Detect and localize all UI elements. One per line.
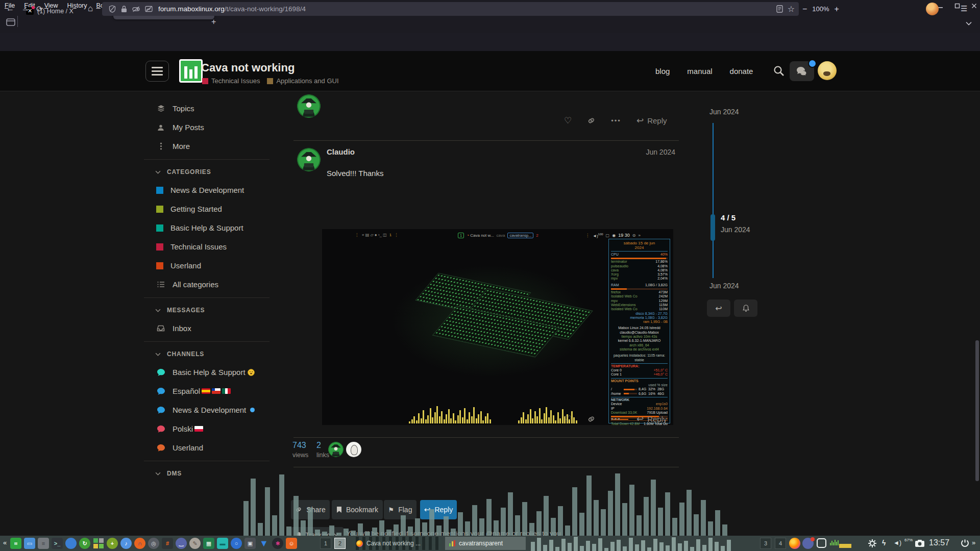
jump-to-reply-button[interactable]: ↩ — [707, 299, 730, 317]
sidebar-section-dms[interactable]: DMS — [144, 465, 270, 482]
sidebar-item-my-posts[interactable]: My Posts — [144, 118, 270, 137]
bookmark-star-icon[interactable]: ☆ — [788, 4, 795, 14]
timeline-start-date[interactable]: Jun 2024 — [709, 108, 739, 116]
sidebar-item-news-development[interactable]: News & Development — [144, 400, 270, 419]
scrollbar-thumb[interactable] — [975, 340, 979, 481]
zoom-level[interactable]: 100% — [812, 5, 829, 13]
sidebar-item-basic-help-support[interactable]: Basic Help & Support — [144, 363, 270, 382]
launcher-timeshift[interactable]: ↻ — [79, 538, 90, 549]
timeline-end-date[interactable]: Jun 2024 — [709, 282, 739, 290]
flag-button[interactable]: ⚑ Flag — [384, 500, 416, 519]
launcher-audio-player[interactable]: ∩ — [134, 538, 145, 549]
launcher-pcloud[interactable]: + — [107, 538, 118, 549]
sidebar-item-basic-help-support[interactable]: Basic Help & Support — [144, 218, 270, 237]
tag-technical-issues[interactable]: Technical Issues — [211, 77, 260, 85]
bookmark-button[interactable]: Bookmark — [332, 500, 383, 519]
panel-scroll-left[interactable]: « — [3, 539, 7, 546]
permissions-icon[interactable] — [132, 6, 140, 12]
post-image-screenshot[interactable]: ⋮ « ▤ ▱ ● ›_ ◫ 1 ⋮ 1 ◔ Cava not w... cav… — [322, 229, 673, 425]
maximize-icon[interactable] — [954, 3, 960, 9]
zoom-out-button[interactable]: − — [802, 5, 807, 14]
taskbar-window-cavatransparent[interactable]: cavatransparent — [445, 537, 526, 550]
avatar-claudio[interactable] — [297, 148, 321, 171]
like-icon[interactable]: ♡ — [564, 115, 572, 126]
volume-icon[interactable]: ◄) — [893, 539, 901, 546]
sidebar-item-userland[interactable]: Userland — [144, 256, 270, 275]
reply-button[interactable]: ↩Reply — [636, 414, 667, 424]
launcher-terminal[interactable]: >_ — [52, 538, 63, 549]
topic-title[interactable]: Cava not working — [201, 61, 295, 74]
tag-applications-gui[interactable]: Applications and GUI — [276, 77, 338, 85]
home-button[interactable]: ⌂ — [88, 4, 93, 14]
updates-gear-icon[interactable] — [868, 539, 877, 548]
close-icon[interactable] — [971, 3, 977, 9]
app-menu-icon[interactable]: ☰ — [961, 4, 967, 13]
share-button[interactable]: Share — [291, 500, 330, 519]
sidebar-toggle-button[interactable] — [145, 61, 169, 82]
user-avatar[interactable] — [818, 61, 837, 80]
launcher-discord[interactable]: ‿ — [176, 538, 187, 549]
firefox-view-icon[interactable] — [6, 18, 15, 26]
views-stat[interactable]: 743 views — [292, 441, 308, 459]
launcher-gimp[interactable]: ✎ — [189, 538, 201, 549]
post-author[interactable]: Claudio — [327, 147, 355, 156]
topic-bell-button[interactable] — [734, 299, 757, 317]
launcher-darktable[interactable]: ✱ — [272, 538, 283, 549]
topic-notification-control[interactable]: Tracking — [291, 527, 344, 536]
tracking-shield-icon[interactable] — [109, 5, 116, 13]
sidebar-section-categories[interactable]: CATEGORIES — [144, 163, 270, 181]
zoom-in-button[interactable]: + — [835, 5, 839, 14]
launcher-archive-manager[interactable]: ≡ — [38, 538, 49, 549]
launcher-cloud-music[interactable]: ♪ — [120, 538, 132, 549]
link-icon[interactable] — [587, 116, 596, 125]
url-bar[interactable]: forum.maboxlinux.org/t/cava-not-working/… — [102, 2, 799, 16]
launcher-settings-ball[interactable]: ○ — [231, 538, 242, 549]
taskbar-clock[interactable]: 13:57 — [929, 538, 949, 547]
firefox-account-avatar[interactable] — [926, 3, 939, 15]
launcher-app-grid[interactable] — [93, 538, 104, 549]
more-actions-icon[interactable]: ••• — [611, 117, 621, 124]
forward-button[interactable]: → — [21, 4, 30, 13]
reply-button-main[interactable]: ↩ Reply — [420, 500, 457, 519]
launcher-kdenlive[interactable]: ▬ — [217, 538, 228, 549]
launcher-spreadsheet[interactable]: ▦ — [203, 538, 214, 549]
participant-avatar[interactable] — [328, 442, 344, 457]
more-actions-icon[interactable]: ••• — [611, 415, 621, 423]
sidebar-section-channels[interactable]: CHANNELS — [144, 345, 270, 363]
sidebar-item-technical-issues[interactable]: Technical Issues — [144, 237, 270, 256]
image-blocked-icon[interactable] — [145, 6, 153, 12]
new-tab-button[interactable]: + — [211, 17, 216, 27]
power-bolt-icon[interactable]: ϟ — [882, 539, 886, 547]
launcher-screenshot-tool[interactable]: # — [162, 538, 173, 549]
launcher-obs-studio[interactable]: ◎ — [148, 538, 159, 549]
timeline-track[interactable] — [713, 123, 714, 278]
sidebar-item-topics[interactable]: Topics — [144, 99, 270, 118]
url-text[interactable]: forum.maboxlinux.org/t/cava-not-working/… — [158, 5, 774, 13]
sidebar-item-polski[interactable]: Polski — [144, 419, 270, 438]
avatar-previous-post[interactable] — [297, 94, 321, 118]
launcher-browser-ball[interactable] — [65, 538, 77, 549]
nav-link-donate[interactable]: donate — [730, 67, 753, 76]
launcher-media-player[interactable]: ▼ — [258, 538, 270, 549]
search-icon[interactable] — [773, 65, 785, 77]
nav-link-blog[interactable]: blog — [655, 67, 670, 76]
sidebar-item-more[interactable]: More — [144, 137, 270, 156]
launcher-obs-ghost[interactable]: ☺ — [286, 538, 297, 549]
workspace-3[interactable]: 3 — [760, 538, 771, 549]
sidebar-item-espa-ol[interactable]: Español — [144, 382, 270, 400]
tray-window-icon[interactable] — [817, 538, 826, 548]
sidebar-item-getting-started[interactable]: Getting Started — [144, 199, 270, 218]
sidebar-item-inbox[interactable]: Inbox — [144, 319, 270, 338]
mabox-forum-logo[interactable] — [179, 59, 203, 83]
sidebar-item-userland[interactable]: Userland — [144, 438, 270, 457]
list-all-tabs-icon[interactable] — [966, 21, 972, 26]
link-icon[interactable] — [587, 415, 596, 423]
workspace-4[interactable]: 4 — [775, 538, 786, 549]
lock-icon[interactable] — [121, 5, 127, 13]
tray-firefox-icon[interactable] — [789, 538, 800, 549]
workspace-1[interactable]: 1 — [320, 538, 331, 549]
screenshot-camera-icon[interactable] — [915, 539, 925, 547]
participant-avatar[interactable] — [346, 442, 361, 457]
reader-mode-icon[interactable] — [776, 5, 783, 13]
nav-link-manual[interactable]: manual — [687, 67, 712, 76]
